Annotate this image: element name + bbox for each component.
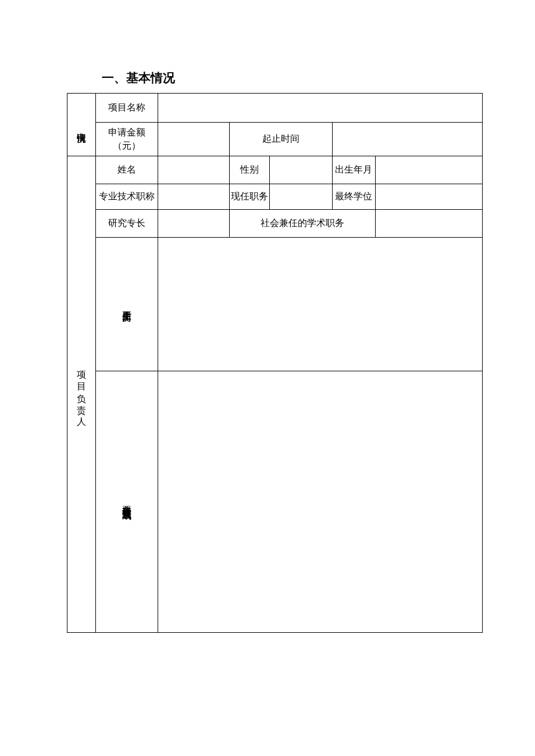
- research-value[interactable]: [158, 371, 482, 633]
- academic-duty-label: 社会兼任的学术职务: [229, 210, 375, 238]
- page-title: 一、基本情况: [102, 70, 483, 86]
- name-label: 姓名: [96, 156, 158, 184]
- application-header-text: 申请情况: [75, 125, 88, 127]
- amount-value[interactable]: [158, 123, 229, 156]
- name-value[interactable]: [158, 156, 229, 184]
- leader-header-cell: 项目负责人: [67, 156, 96, 633]
- research-label: 主要科学研究领域及成果: [120, 498, 133, 504]
- basic-info-table: 申请情况 项目名称 申请金额（元） 起止时间 项目负责人 姓名 性别 出生年月 …: [67, 93, 483, 633]
- work-history-label-cell: 主要工作简历: [96, 238, 158, 371]
- research-label-cell: 主要科学研究领域及成果: [96, 371, 158, 633]
- period-value[interactable]: [332, 123, 482, 156]
- application-header-cell: 申请情况: [67, 94, 96, 156]
- leader-header-text: 项目负责人: [75, 363, 88, 421]
- position-value[interactable]: [270, 184, 333, 210]
- birth-label: 出生年月: [332, 156, 375, 184]
- specialty-value[interactable]: [158, 210, 229, 238]
- academic-duty-value[interactable]: [375, 210, 482, 238]
- specialty-label: 研究专长: [96, 210, 158, 238]
- project-name-value[interactable]: [158, 94, 482, 123]
- degree-label: 最终学位: [332, 184, 375, 210]
- birth-value[interactable]: [375, 156, 482, 184]
- degree-value[interactable]: [375, 184, 482, 210]
- period-label: 起止时间: [229, 123, 332, 156]
- project-name-label: 项目名称: [96, 94, 158, 123]
- gender-label: 性别: [229, 156, 270, 184]
- amount-label: 申请金额（元）: [96, 123, 158, 156]
- work-history-value[interactable]: [158, 238, 482, 371]
- gender-value[interactable]: [270, 156, 333, 184]
- position-label: 现任职务: [229, 184, 270, 210]
- proftitle-label: 专业技术职称: [96, 184, 158, 210]
- proftitle-value[interactable]: [158, 184, 229, 210]
- work-history-label: 主要工作简历: [120, 303, 133, 307]
